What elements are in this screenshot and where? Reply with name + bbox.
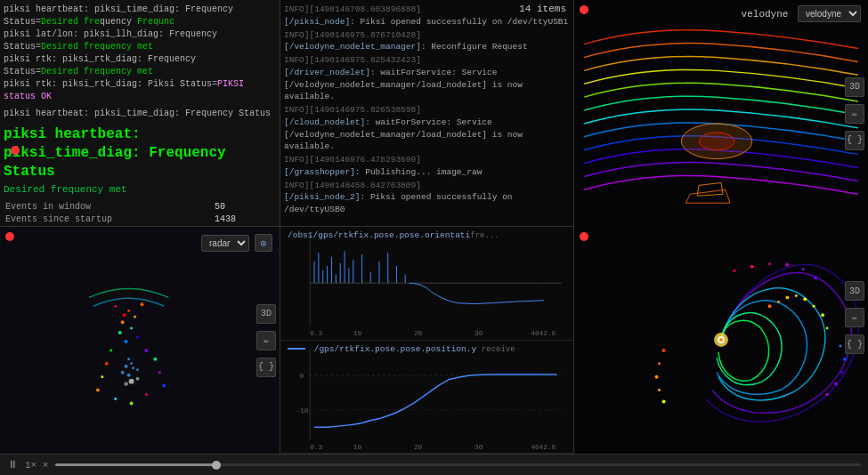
- graph-legend-line: [288, 348, 305, 350]
- svg-point-13: [140, 302, 143, 306]
- 3d-btn-top-right[interactable]: 3D: [845, 77, 864, 97]
- log-path-5: [/grasshopper]:: [284, 167, 361, 177]
- red-dot-indicator: [11, 146, 20, 155]
- pencil-btn-bottom-left[interactable]: ✏: [256, 331, 276, 350]
- svg-point-95: [843, 358, 847, 361]
- stats-table: Events in window 50 Events since startup…: [4, 200, 276, 227]
- log-status-3: Desired frequency met: [41, 67, 153, 76]
- svg-point-86: [785, 263, 789, 267]
- graph-position: /gps/rtkfix.pose.pose.position.y receive…: [280, 341, 573, 455]
- log-line-4: piksi rtk: piksi_rtk_diag: Piksi Status=…: [4, 78, 276, 103]
- svg-point-92: [658, 389, 661, 391]
- play-pause-btn[interactable]: ⏸: [7, 458, 18, 471]
- 3d-btn-bottom-right[interactable]: 3D: [845, 281, 864, 301]
- graph-orientation: /obs1/gps/rtkfix.pose.pose.orientatifre.…: [280, 227, 573, 341]
- svg-point-15: [144, 349, 148, 352]
- log-path-3: [/driver_nodelet]:: [284, 68, 376, 77]
- svg-point-2: [699, 133, 734, 150]
- svg-point-93: [662, 399, 666, 403]
- code-btn-top-right[interactable]: { }: [845, 131, 864, 150]
- svg-point-83: [733, 270, 735, 272]
- svg-point-7: [134, 316, 136, 318]
- svg-text:0.3: 0.3: [310, 330, 322, 337]
- svg-text:30: 30: [475, 330, 483, 337]
- svg-rect-0: [575, 0, 866, 227]
- code-btn-bottom-right[interactable]: { }: [845, 334, 864, 354]
- svg-point-29: [114, 398, 117, 400]
- svg-text:-10: -10: [296, 407, 309, 414]
- 3d-btn-bottom-left[interactable]: 3D: [256, 304, 276, 324]
- timeline-thumb[interactable]: [212, 461, 221, 470]
- status-panel: piksi heartbeat: piksi_time_diag: Freque…: [0, 0, 280, 227]
- radar-target-btn[interactable]: ⊙: [255, 234, 272, 252]
- lidar-overhead-toolbar: 3D ✏ { }: [845, 281, 864, 354]
- radar-dropdown[interactable]: radar: [201, 235, 249, 252]
- log-path-1: [/piksi_node]:: [284, 17, 355, 27]
- radar-panel: radar ⊙: [0, 227, 280, 454]
- velodyne-toolbar: 3D ✏ { }: [845, 77, 864, 150]
- svg-point-76: [777, 301, 780, 303]
- log-entry-5: INFO][1490146976.478293699] [/grasshoppe…: [284, 154, 570, 179]
- radar-toolbar: radar ⊙: [201, 234, 272, 252]
- svg-point-14: [110, 349, 112, 351]
- svg-text:20: 20: [414, 443, 423, 450]
- pencil-btn-top-right[interactable]: ✏: [845, 104, 864, 124]
- log-line-2: piksi lat/lon: piksi_llh_diag: Frequency…: [4, 28, 276, 53]
- log-prefix-4: piksi rtk: piksi_rtk_diag: Piksi Status=: [4, 79, 217, 89]
- lidar-pointcloud-svg: [574, 0, 868, 227]
- svg-point-4: [123, 313, 126, 317]
- svg-point-84: [750, 265, 754, 269]
- log-ts-6: INFO][1490148458.842763809]: [284, 181, 421, 190]
- svg-point-79: [803, 297, 807, 301]
- svg-point-33: [124, 382, 128, 386]
- code-btn-bottom-left[interactable]: { }: [256, 358, 276, 377]
- svg-point-90: [658, 362, 661, 365]
- svg-rect-60: [284, 341, 570, 454]
- svg-point-97: [834, 382, 838, 386]
- stat-label-1: Events in window: [5, 202, 213, 213]
- log-path-6: [/piksi_node_2]:: [284, 192, 365, 202]
- log-status-2: Desired frequency met: [41, 42, 153, 52]
- stat-row-1: Events in window 50: [5, 202, 274, 213]
- graph-position-svg: 0 -10 0.3 10 20 30 4042.6: [280, 341, 573, 454]
- velodyne-3d-panel: velodyne velodyne: [574, 0, 868, 227]
- svg-point-9: [130, 327, 133, 330]
- log-suffix-2: Frequnc: [132, 17, 174, 27]
- svg-point-89: [662, 349, 666, 352]
- log-entry-4: INFO][1490146975.826538598] [/cloud_node…: [284, 104, 570, 153]
- log-entry-6: INFO][1490148458.842763809] [/piksi_node…: [284, 180, 570, 216]
- radar-side-toolbar: 3D ✏ { }: [256, 304, 276, 377]
- svg-point-78: [795, 294, 798, 297]
- stat-row-2: Events since startup 1438: [5, 214, 274, 225]
- graph-position-title: /gps/rtkfix.pose.pose.position.y receive: [288, 344, 515, 354]
- lidar-overhead-panel: 3D ✏ { }: [574, 227, 868, 454]
- log-suffix-1: quency: [100, 17, 132, 27]
- svg-text:20: 20: [414, 330, 423, 337]
- svg-point-30: [145, 393, 148, 396]
- svg-point-24: [153, 358, 157, 361]
- log-ts-5: INFO][1490146976.478293699]: [284, 155, 421, 165]
- svg-text:10: 10: [353, 443, 362, 450]
- svg-rect-3: [1, 227, 280, 454]
- svg-point-17: [130, 362, 133, 365]
- graph-panel-container: /obs1/gps/rtkfix.pose.pose.orientatifre.…: [280, 227, 574, 454]
- svg-point-12: [114, 305, 117, 308]
- log-entry-3: INFO][1490146975.825432423] [/driver_nod…: [284, 54, 570, 103]
- lidar-overhead-red-dot: [580, 232, 588, 241]
- graph-position-topic: /gps/rtkfix.pose.pose.position.y: [314, 344, 476, 354]
- svg-point-75: [768, 304, 772, 308]
- log-line-1: piksi heartbeat: piksi_time_diag: Freque…: [4, 4, 276, 28]
- log-ts-1: INFO][1490146708.603896888]: [284, 4, 421, 14]
- timeline-track[interactable]: [55, 463, 861, 466]
- graph-orientation-topic: /obs1/gps/rtkfix.pose.pose.orientati: [288, 230, 470, 240]
- log-ts-4: INFO][1490146975.826538598]: [284, 105, 421, 115]
- pencil-btn-bottom-right[interactable]: ✏: [845, 308, 864, 327]
- log-ts-3: INFO][1490146975.825432423]: [284, 55, 421, 65]
- timeline-progress: [55, 463, 216, 466]
- log-msg-1: Piksi opened successfully on /dev/ttyUSB…: [361, 17, 569, 27]
- velodyne-dropdown[interactable]: velodyne: [798, 5, 861, 22]
- svg-point-8: [118, 331, 122, 334]
- svg-point-20: [121, 371, 125, 374]
- svg-point-28: [162, 384, 166, 388]
- svg-point-11: [136, 336, 139, 339]
